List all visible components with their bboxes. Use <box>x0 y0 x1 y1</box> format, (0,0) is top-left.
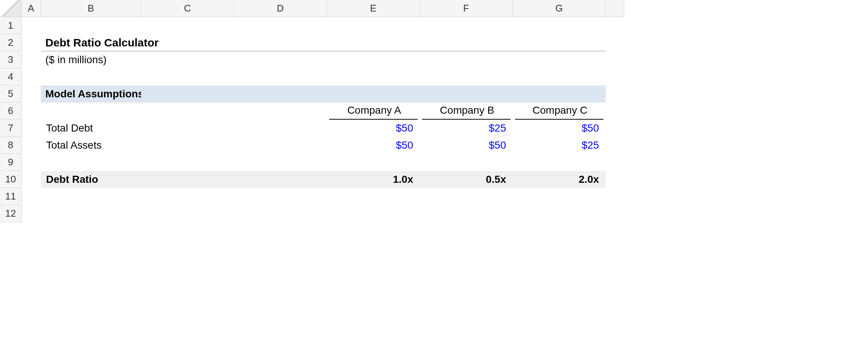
cell-a6[interactable] <box>22 103 41 120</box>
cell-d10[interactable] <box>234 171 327 188</box>
cell-f4[interactable] <box>420 68 513 85</box>
col-header-e[interactable]: E <box>327 0 420 17</box>
cell-c8[interactable] <box>141 137 234 154</box>
cell-g5[interactable] <box>513 85 606 103</box>
cell-c2[interactable] <box>141 34 234 51</box>
row-header-12[interactable]: 12 <box>0 205 22 222</box>
cell-a5[interactable] <box>22 85 41 103</box>
cell-d4[interactable] <box>234 68 327 85</box>
cell-blank6[interactable] <box>606 103 624 120</box>
cell-d8[interactable] <box>234 137 327 154</box>
cell-blank7[interactable] <box>606 120 624 137</box>
cell-g4[interactable] <box>513 68 606 85</box>
cell-b12[interactable] <box>41 205 141 222</box>
cell-a4[interactable] <box>22 68 41 85</box>
col-header-b[interactable]: B <box>41 0 141 17</box>
debt-c-value[interactable]: $50 <box>513 120 606 137</box>
row-header-10[interactable]: 10 <box>0 171 22 188</box>
cell-f11[interactable] <box>420 188 513 205</box>
cell-c5[interactable] <box>141 85 234 103</box>
row-header-5[interactable]: 5 <box>0 85 22 103</box>
cell-e5[interactable] <box>327 85 420 103</box>
total-assets-label[interactable]: Total Assets <box>41 137 141 154</box>
cell-d6[interactable] <box>234 103 327 120</box>
cell-f2[interactable] <box>420 34 513 51</box>
cell-f1[interactable] <box>420 17 513 34</box>
cell-b4[interactable] <box>41 68 141 85</box>
cell-blank2[interactable] <box>606 34 624 51</box>
cell-a9[interactable] <box>22 154 41 171</box>
cell-a12[interactable] <box>22 205 41 222</box>
cell-f5[interactable] <box>420 85 513 103</box>
cell-blank5[interactable] <box>606 85 624 103</box>
cell-f12[interactable] <box>420 205 513 222</box>
cell-d12[interactable] <box>234 205 327 222</box>
cell-c3[interactable] <box>141 51 234 68</box>
cell-blank12[interactable] <box>606 205 624 222</box>
select-all-corner[interactable] <box>0 0 22 17</box>
cell-g1[interactable] <box>513 17 606 34</box>
cell-blank11[interactable] <box>606 188 624 205</box>
company-a-header[interactable]: Company A <box>329 103 418 120</box>
cell-e2[interactable] <box>327 34 420 51</box>
cell-b1[interactable] <box>41 17 141 34</box>
subtitle-cell[interactable]: ($ in millions) <box>41 51 141 68</box>
cell-c12[interactable] <box>141 205 234 222</box>
cell-e4[interactable] <box>327 68 420 85</box>
cell-d1[interactable] <box>234 17 327 34</box>
debt-a-value[interactable]: $50 <box>327 120 420 137</box>
cell-a8[interactable] <box>22 137 41 154</box>
row-header-3[interactable]: 3 <box>0 51 22 68</box>
cell-blank4[interactable] <box>606 68 624 85</box>
ratio-c-value[interactable]: 2.0x <box>513 171 606 188</box>
cell-a10[interactable] <box>22 171 41 188</box>
cell-g11[interactable] <box>513 188 606 205</box>
spreadsheet-grid[interactable]: A B C D E F G 1 2 Debt Ratio Calculator … <box>0 0 868 222</box>
cell-f3[interactable] <box>420 51 513 68</box>
cell-e1[interactable] <box>327 17 420 34</box>
cell-c4[interactable] <box>141 68 234 85</box>
col-header-d[interactable]: D <box>234 0 327 17</box>
cell-b11[interactable] <box>41 188 141 205</box>
company-b-header[interactable]: Company B <box>422 103 511 120</box>
row-header-1[interactable]: 1 <box>0 17 22 34</box>
ratio-b-value[interactable]: 0.5x <box>420 171 513 188</box>
total-debt-label[interactable]: Total Debt <box>41 120 141 137</box>
debt-ratio-label[interactable]: Debt Ratio <box>41 171 141 188</box>
cell-a1[interactable] <box>22 17 41 34</box>
cell-e12[interactable] <box>327 205 420 222</box>
cell-a11[interactable] <box>22 188 41 205</box>
cell-g9[interactable] <box>513 154 606 171</box>
cell-c10[interactable] <box>141 171 234 188</box>
cell-blank8[interactable] <box>606 137 624 154</box>
row-header-9[interactable]: 9 <box>0 154 22 171</box>
row-header-2[interactable]: 2 <box>0 34 22 51</box>
row-header-8[interactable]: 8 <box>0 137 22 154</box>
cell-e3[interactable] <box>327 51 420 68</box>
col-header-f[interactable]: F <box>420 0 513 17</box>
section-header[interactable]: Model Assumptions <box>41 85 141 103</box>
row-header-4[interactable]: 4 <box>0 68 22 85</box>
cell-d9[interactable] <box>234 154 327 171</box>
debt-b-value[interactable]: $25 <box>420 120 513 137</box>
cell-a7[interactable] <box>22 120 41 137</box>
cell-d11[interactable] <box>234 188 327 205</box>
cell-c11[interactable] <box>141 188 234 205</box>
col-header-a[interactable]: A <box>22 0 41 17</box>
cell-d5[interactable] <box>234 85 327 103</box>
cell-e11[interactable] <box>327 188 420 205</box>
cell-blank1[interactable] <box>606 17 624 34</box>
cell-a3[interactable] <box>22 51 41 68</box>
cell-d7[interactable] <box>234 120 327 137</box>
cell-blank9[interactable] <box>606 154 624 171</box>
assets-a-value[interactable]: $50 <box>327 137 420 154</box>
cell-g12[interactable] <box>513 205 606 222</box>
cell-blank3[interactable] <box>606 51 624 68</box>
title-cell[interactable]: Debt Ratio Calculator <box>41 34 141 51</box>
cell-c1[interactable] <box>141 17 234 34</box>
ratio-a-value[interactable]: 1.0x <box>327 171 420 188</box>
cell-g2[interactable] <box>513 34 606 51</box>
company-c-header[interactable]: Company C <box>515 103 603 120</box>
assets-b-value[interactable]: $50 <box>420 137 513 154</box>
cell-blank10[interactable] <box>606 171 624 188</box>
